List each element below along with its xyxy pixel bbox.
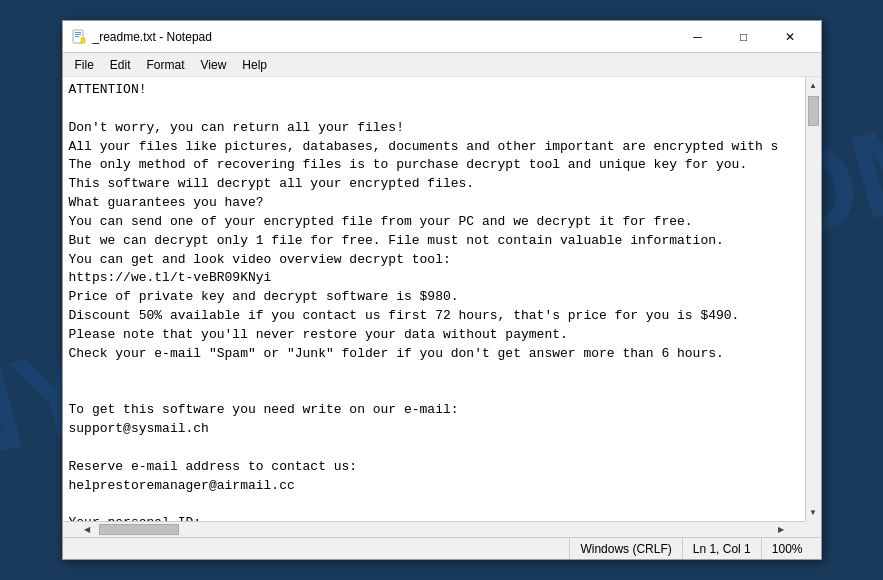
scroll-down-arrow[interactable]: ▼ bbox=[805, 504, 821, 521]
status-line-col: Ln 1, Col 1 bbox=[682, 538, 761, 559]
close-button[interactable]: ✕ bbox=[767, 21, 813, 53]
menu-bar: File Edit Format View Help bbox=[63, 53, 821, 77]
vertical-scrollbar[interactable]: ▲ ▼ bbox=[805, 77, 821, 521]
text-content[interactable]: ATTENTION! Don't worry, you can return a… bbox=[63, 77, 805, 521]
horizontal-scrollbar[interactable]: ◀ ▶ bbox=[63, 521, 805, 537]
scroll-h-thumb[interactable] bbox=[99, 524, 179, 535]
menu-edit[interactable]: Edit bbox=[102, 56, 139, 74]
scroll-thumb[interactable] bbox=[808, 96, 819, 126]
svg-rect-3 bbox=[75, 36, 79, 37]
menu-format[interactable]: Format bbox=[139, 56, 193, 74]
menu-help[interactable]: Help bbox=[234, 56, 275, 74]
bottom-row: ◀ ▶ bbox=[63, 521, 821, 537]
menu-file[interactable]: File bbox=[67, 56, 102, 74]
scroll-right-arrow[interactable]: ▶ bbox=[773, 522, 789, 538]
menu-view[interactable]: View bbox=[193, 56, 235, 74]
window-controls: ─ □ ✕ bbox=[675, 21, 813, 53]
scroll-left-arrow[interactable]: ◀ bbox=[79, 522, 95, 538]
notepad-window: _readme.txt - Notepad ─ □ ✕ File Edit Fo… bbox=[62, 20, 822, 560]
scroll-up-arrow[interactable]: ▲ bbox=[805, 77, 821, 94]
status-bar: Windows (CRLF) Ln 1, Col 1 100% bbox=[63, 537, 821, 559]
status-encoding: Windows (CRLF) bbox=[569, 538, 681, 559]
notepad-icon bbox=[71, 29, 87, 45]
scroll-track[interactable] bbox=[806, 94, 821, 504]
title-bar: _readme.txt - Notepad ─ □ ✕ bbox=[63, 21, 821, 53]
svg-rect-1 bbox=[75, 32, 81, 33]
content-wrapper: ATTENTION! Don't worry, you can return a… bbox=[63, 77, 821, 521]
svg-rect-4 bbox=[81, 38, 85, 43]
scrollbar-corner bbox=[805, 521, 821, 537]
status-zoom: 100% bbox=[761, 538, 813, 559]
minimize-button[interactable]: ─ bbox=[675, 21, 721, 53]
scroll-h-track[interactable] bbox=[95, 522, 773, 537]
svg-rect-2 bbox=[75, 34, 81, 35]
window-title: _readme.txt - Notepad bbox=[93, 30, 675, 44]
maximize-button[interactable]: □ bbox=[721, 21, 767, 53]
